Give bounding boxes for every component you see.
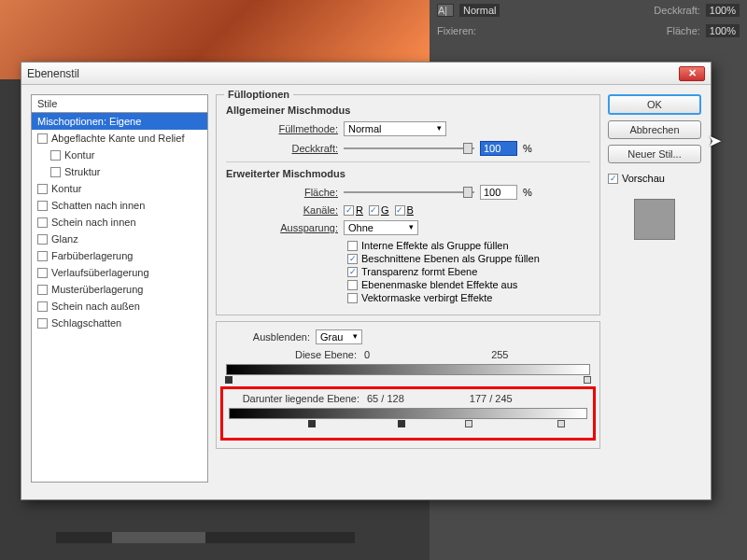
general-blend-legend: Allgemeiner Mischmodus xyxy=(226,105,590,116)
style-label: Schein nach außen xyxy=(51,301,140,312)
horizontal-scrollbar[interactable] xyxy=(56,532,355,543)
style-checkbox[interactable] xyxy=(37,201,48,211)
style-label: Kontur xyxy=(51,183,81,194)
style-row-4[interactable]: Kontur xyxy=(32,180,207,197)
close-icon: ✕ xyxy=(688,67,697,79)
knockout-select[interactable]: Ohne xyxy=(344,220,418,235)
style-row-0[interactable]: Mischoptionen: Eigene xyxy=(32,113,207,130)
bg-fill-value[interactable]: 100% xyxy=(706,24,740,37)
fill-method-label: Füllmethode: xyxy=(226,123,338,134)
under-thumb-2[interactable] xyxy=(398,420,405,427)
fill-options-legend: Fülloptionen xyxy=(224,89,293,100)
this-layer-high: 255 xyxy=(491,349,508,360)
dialog-title: Ebenenstil xyxy=(27,67,679,80)
style-checkbox[interactable] xyxy=(37,318,48,329)
style-label: Musterüberlagerung xyxy=(51,284,143,295)
style-label: Schlagschatten xyxy=(51,317,121,329)
style-label: Struktur xyxy=(64,166,101,177)
ok-button[interactable]: OK xyxy=(608,94,701,115)
under-v2: 128 xyxy=(387,393,403,404)
advanced-blend-legend: Erweiterter Mischmodus xyxy=(226,168,590,179)
channels-label: Kanäle: xyxy=(226,204,338,216)
area-slider[interactable] xyxy=(344,186,474,199)
style-row-9[interactable]: Verlaufsüberlagerung xyxy=(32,264,207,281)
area-input[interactable]: 100 xyxy=(480,185,517,200)
under-layer-label: Darunter liegende Ebene: xyxy=(229,393,359,404)
style-row-10[interactable]: Musterüberlagerung xyxy=(32,281,207,298)
bg-blend-mode[interactable]: Normal xyxy=(459,4,500,17)
style-checkbox[interactable] xyxy=(37,133,48,144)
bg-lock-label: Fixieren: xyxy=(437,25,476,36)
under-v3: 177 xyxy=(470,393,486,404)
new-style-button[interactable]: Neuer Stil... xyxy=(608,145,701,163)
opacity-input[interactable]: 100 xyxy=(480,141,517,156)
under-layer-gradient[interactable] xyxy=(229,408,587,419)
bg-opacity-label: Deckkraft: xyxy=(654,5,700,16)
under-v4: 245 xyxy=(495,393,512,404)
knockout-label: Aussparung: xyxy=(226,222,338,233)
opt-internal-effects[interactable]: Interne Effekte als Gruppe füllen xyxy=(347,240,590,251)
highlight-box: Darunter liegende Ebene: 65 / 128 177 / … xyxy=(220,386,596,441)
opt-transparency-shapes[interactable]: ✓Transparenz formt Ebene xyxy=(347,266,590,277)
pct-label: % xyxy=(523,143,532,154)
cancel-button[interactable]: Abbrechen xyxy=(608,120,701,139)
opt-layermask-hides[interactable]: Ebenenmaske blendet Effekte aus xyxy=(347,279,590,290)
style-checkbox[interactable] xyxy=(37,251,48,261)
styles-header: Stile xyxy=(31,94,208,113)
bg-opacity-value[interactable]: 100% xyxy=(706,4,740,17)
blend-if-group: Ausblenden: Grau Diese Ebene: 0 255 xyxy=(216,321,600,449)
style-checkbox[interactable] xyxy=(50,167,61,177)
channel-r[interactable]: ✓R xyxy=(344,204,363,216)
style-label: Mischoptionen: Eigene xyxy=(37,116,141,127)
style-label: Abgeflachte Kante und Relief xyxy=(51,133,185,144)
fill-method-select[interactable]: Normal xyxy=(344,121,446,136)
style-label: Schein nach innen xyxy=(51,217,136,228)
style-row-8[interactable]: Farbüberlagerung xyxy=(32,247,207,264)
preview-swatch xyxy=(634,199,675,240)
style-checkbox[interactable] xyxy=(37,217,48,228)
style-checkbox[interactable] xyxy=(37,285,48,295)
style-row-7[interactable]: Glanz xyxy=(32,231,207,247)
fill-options-group: Fülloptionen Allgemeiner Mischmodus Füll… xyxy=(216,94,600,315)
opacity-label: Deckkraft: xyxy=(226,143,338,154)
this-black-thumb[interactable] xyxy=(225,376,233,384)
under-v1: 65 xyxy=(367,393,378,404)
style-label: Schatten nach innen xyxy=(51,200,145,211)
style-checkbox[interactable] xyxy=(37,268,48,278)
dialog-titlebar: Ebenenstil ✕ xyxy=(21,63,711,85)
under-thumb-1[interactable] xyxy=(308,420,316,427)
under-thumb-3[interactable] xyxy=(465,420,472,427)
this-layer-gradient[interactable] xyxy=(226,364,590,375)
opacity-slider[interactable] xyxy=(344,142,474,155)
opt-vectormask-hides[interactable]: Vektormaske verbirgt Effekte xyxy=(347,292,590,303)
opt-clipped-layers[interactable]: ✓Beschnittene Ebenen als Gruppe füllen xyxy=(347,253,590,264)
style-row-2[interactable]: Kontur xyxy=(32,147,207,163)
style-checkbox[interactable] xyxy=(50,150,61,161)
under-thumb-4[interactable] xyxy=(557,420,565,427)
style-row-3[interactable]: Struktur xyxy=(32,163,207,180)
bg-fill-label: Fläche: xyxy=(667,25,700,36)
style-row-6[interactable]: Schein nach innen xyxy=(32,214,207,231)
preview-checkbox[interactable]: ✓Vorschau xyxy=(608,173,701,184)
style-label: Verlaufsüberlagerung xyxy=(51,267,149,278)
style-checkbox[interactable] xyxy=(37,234,48,245)
blendif-label: Ausblenden: xyxy=(226,331,310,343)
style-row-5[interactable]: Schatten nach innen xyxy=(32,197,207,214)
this-layer-label: Diese Ebene: xyxy=(226,349,357,360)
style-label: Kontur xyxy=(64,149,94,161)
styles-list: Mischoptionen: EigeneAbgeflachte Kante u… xyxy=(31,113,208,483)
style-checkbox[interactable] xyxy=(37,184,48,194)
style-row-11[interactable]: Schein nach außen xyxy=(32,298,207,315)
style-checkbox[interactable] xyxy=(37,301,48,312)
channel-b[interactable]: ✓B xyxy=(395,204,414,216)
this-white-thumb[interactable] xyxy=(584,376,591,384)
blendif-select[interactable]: Grau xyxy=(316,329,362,344)
style-row-1[interactable]: Abgeflachte Kante und Relief xyxy=(32,130,207,147)
char-panel-icon: A| xyxy=(437,4,454,17)
channel-g[interactable]: ✓G xyxy=(369,204,389,216)
style-label: Glanz xyxy=(51,233,78,245)
close-button[interactable]: ✕ xyxy=(679,66,705,81)
pct-label: % xyxy=(523,187,532,198)
this-layer-low: 0 xyxy=(364,349,370,360)
style-row-12[interactable]: Schlagschatten xyxy=(32,315,207,331)
